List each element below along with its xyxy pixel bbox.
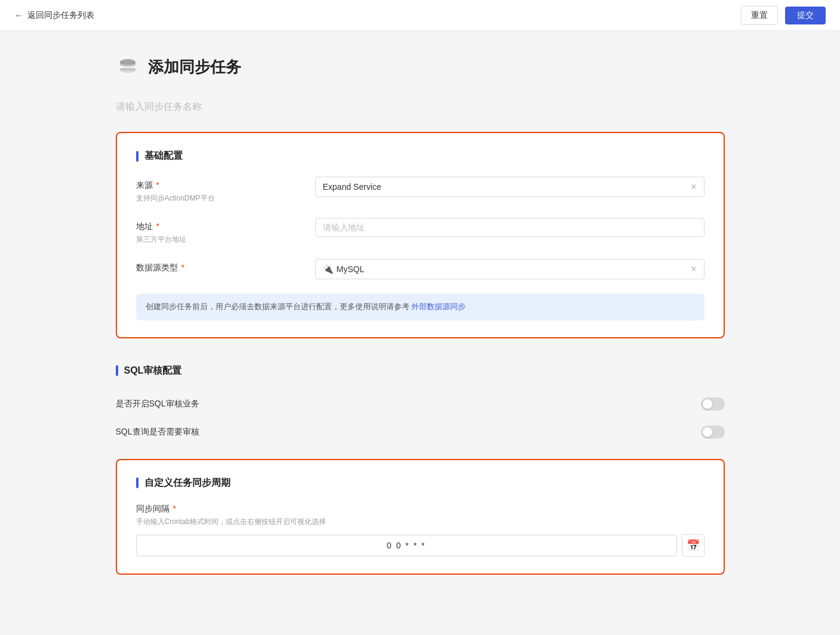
cron-calendar-button[interactable]: 📅 [682, 534, 704, 557]
page-title: 添加同步任务 [148, 57, 241, 78]
source-required: * [156, 180, 159, 190]
header-actions: 重置 提交 [741, 6, 826, 25]
sql-review-row: 是否开启SQL审核业务 [116, 392, 725, 417]
cron-row: 📅 [136, 534, 704, 557]
address-row: 地址 * 第三方平台地址 [136, 218, 704, 245]
source-sublabel: 支持同步ActionDMP平台 [136, 193, 315, 204]
datasource-label-col: 数据源类型 * [136, 259, 315, 273]
datasource-select[interactable]: 🔌 MySQL × [315, 259, 704, 279]
custom-period-title: 自定义任务同步周期 [136, 477, 704, 489]
datasource-label: 数据源类型 * [136, 263, 315, 273]
sql-review-label: 是否开启SQL审核业务 [116, 399, 199, 409]
info-link[interactable]: 外部数据源同步 [411, 302, 466, 311]
datasource-control: 🔌 MySQL × [315, 259, 704, 279]
sql-config-title: SQL审核配置 [116, 365, 725, 377]
calendar-icon: 📅 [687, 539, 700, 552]
address-label: 地址 * [136, 221, 315, 232]
address-label-col: 地址 * 第三方平台地址 [136, 218, 315, 245]
sql-review-toggle[interactable] [701, 397, 725, 411]
interval-sublabel: 手动输入Crontab格式时间，或点击右侧按钮开启可视化选择 [136, 517, 704, 527]
basic-config-section: 基础配置 来源 * 支持同步ActionDMP平台 Expand Service… [116, 132, 725, 338]
interval-required: * [173, 504, 176, 513]
svg-point-4 [120, 68, 136, 73]
page-header: ← 返回同步任务列表 重置 提交 [0, 0, 840, 31]
datasource-row: 数据源类型 * 🔌 MySQL × [136, 259, 704, 279]
datasource-clear-icon[interactable]: × [691, 264, 696, 275]
sql-review-knob [703, 399, 712, 409]
back-button[interactable]: ← 返回同步任务列表 [14, 10, 94, 21]
interval-label: 同步间隔 * [136, 504, 704, 514]
back-label: 返回同步任务列表 [27, 10, 94, 21]
page-icon [116, 55, 140, 79]
custom-period-section: 自定义任务同步周期 同步间隔 * 手动输入Crontab格式时间，或点击右侧按钮… [116, 459, 725, 575]
page-content: 添加同步任务 基础配置 来源 * 支持同步ActionDMP平台 Expand … [104, 31, 737, 625]
address-sublabel: 第三方平台地址 [136, 235, 315, 245]
sql-query-label: SQL查询是否需要审核 [116, 427, 199, 437]
source-control: Expand Service × [315, 177, 704, 197]
source-label: 来源 * [136, 180, 315, 191]
back-arrow-icon: ← [14, 10, 24, 21]
sql-query-row: SQL查询是否需要审核 [116, 420, 725, 445]
sql-query-toggle[interactable] [701, 426, 725, 439]
sql-config-section: SQL审核配置 是否开启SQL审核业务 SQL查询是否需要审核 [116, 353, 725, 459]
source-value: Expand Service [323, 182, 381, 192]
datasource-required: * [181, 263, 184, 272]
period-section-bar [136, 477, 139, 488]
sql-query-knob [703, 427, 712, 437]
address-required: * [156, 221, 159, 231]
address-control [315, 218, 704, 237]
sql-section-bar [116, 365, 118, 376]
source-label-col: 来源 * 支持同步ActionDMP平台 [136, 177, 315, 204]
source-clear-icon[interactable]: × [691, 181, 696, 192]
reset-button[interactable]: 重置 [741, 6, 778, 25]
source-row: 来源 * 支持同步ActionDMP平台 Expand Service × [136, 177, 704, 204]
cron-input[interactable] [136, 535, 677, 556]
submit-button[interactable]: 提交 [785, 7, 826, 24]
address-input[interactable] [315, 218, 704, 237]
section-bar [136, 151, 139, 162]
datasource-value: 🔌 MySQL [323, 264, 365, 274]
page-title-row: 添加同步任务 [116, 55, 725, 79]
info-box: 创建同步任务前后，用户必须去数据来源平台进行配置，更多使用说明请参考 外部数据源… [136, 294, 704, 320]
source-select[interactable]: Expand Service × [315, 177, 704, 197]
svg-point-2 [120, 62, 136, 67]
mysql-icon: 🔌 [323, 264, 333, 274]
task-name-input[interactable] [116, 97, 725, 118]
basic-config-title: 基础配置 [136, 150, 704, 162]
